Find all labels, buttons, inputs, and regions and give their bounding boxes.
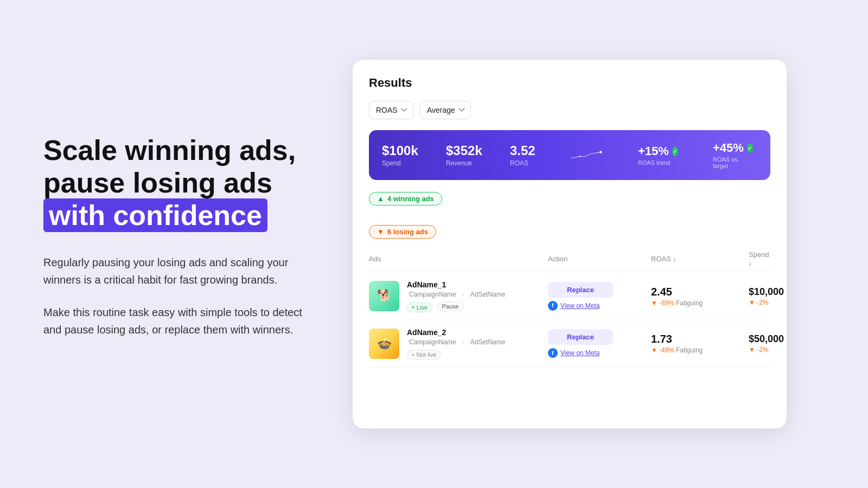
body-text-1: Regularly pausing your losing ads and sc…: [43, 254, 309, 288]
stat-revenue-value: $352k: [446, 143, 480, 158]
meta-icon-2: f: [548, 348, 558, 358]
svg-point-0: [599, 151, 602, 153]
sparkline-chart: [570, 144, 602, 166]
headline-highlight: with confidence: [43, 198, 267, 232]
losing-ads-section: ▼ 6 losing ads Ads Action ROAS ↓ Spend ↓: [369, 225, 770, 368]
stat-spend-value: $100k: [382, 143, 416, 158]
stat-spend-label: Spend: [382, 159, 416, 167]
ad-1-thumb-art: 🐕: [369, 281, 399, 311]
losing-arrow-icon: ▼: [377, 228, 384, 236]
ad-1-col: 🐕 AdName_1 CampaignName · AdSetName Live: [369, 280, 548, 312]
stat-roas-vs-target-label: ROAS vs. target: [713, 156, 753, 169]
ad-1-info: AdName_1 CampaignName · AdSetName Live P…: [407, 280, 548, 312]
ad-1-replace-button[interactable]: Replace: [548, 282, 613, 298]
stat-roas-vs-target: +45% ✓ ROAS vs. target: [703, 141, 763, 169]
ad-2-roas-value: 1.73: [651, 333, 749, 345]
stat-revenue: $352k Revenue: [446, 143, 495, 167]
ad-2-col: 🍲 AdName_2 CampaignName · AdSetName Not …: [369, 328, 548, 360]
col-header-roas: ROAS ↓: [651, 255, 749, 263]
ad-2-replace-button[interactable]: Replace: [548, 329, 613, 345]
roas-sort-icon: ↓: [673, 256, 676, 262]
table-row: 🍲 AdName_2 CampaignName · AdSetName Not …: [369, 320, 770, 368]
headline-line1: Scale winning ads,: [43, 134, 296, 166]
stat-roas-trend: +15% ✓ ROAS trend: [628, 144, 688, 166]
meta-icon: f: [548, 301, 558, 311]
ad-1-campaign: CampaignName · AdSetName: [407, 291, 548, 298]
stats-banner: $100k Spend $352k Revenue 3.52 ROAS: [369, 130, 770, 180]
svg-point-1: [579, 156, 580, 157]
ad-2-spend-value: $50,000: [749, 333, 784, 345]
ad-1-name: AdName_1: [407, 280, 548, 289]
body-text-2: Make this routine task easy with simple …: [43, 304, 309, 338]
ad-2-roas-change: ▼ -49% Fatiguing: [651, 346, 749, 354]
spend-down-arrow-2: ▼: [749, 346, 755, 354]
table-row: 🐕 AdName_1 CampaignName · AdSetName Live: [369, 273, 770, 320]
ad-2-spend-col: $50,000 ▼ -2%: [749, 333, 784, 354]
stat-roas-trend-value: +15% ✓: [638, 144, 678, 158]
col-header-action: Action: [548, 255, 651, 263]
ad-1-roas-value: 2.45: [651, 286, 749, 298]
ad-2-view-meta-button[interactable]: f View on Meta: [548, 348, 600, 358]
winning-arrow-icon: ▲: [377, 195, 384, 203]
ad-2-roas-col: 1.73 ▼ -49% Fatiguing: [651, 333, 749, 354]
ad-1-roas-col: 2.45 ▼ -89% Fatiguing: [651, 286, 749, 307]
table-header: Ads Action ROAS ↓ Spend ↓: [369, 247, 770, 271]
spend-sort-icon: ↓: [749, 260, 752, 266]
ad-2-spend-change: ▼ -2%: [749, 346, 784, 354]
ad-1-view-meta-button[interactable]: f View on Meta: [548, 301, 600, 311]
winning-ads-section: ▲ 4 winning ads: [369, 192, 770, 214]
ad-1-thumbnail: 🐕: [369, 281, 399, 311]
ad-1-pause-tag[interactable]: Pause: [437, 301, 463, 311]
ad-1-spend-value: $10,000: [749, 286, 784, 298]
metric-select[interactable]: ROAS CPA CTR: [369, 101, 413, 119]
sparkline-area: [559, 144, 613, 166]
ad-1-roas-change: ▼ -89% Fatiguing: [651, 299, 749, 307]
headline-line2: pause losing ads: [43, 167, 272, 198]
ad-2-action-col: Replace f View on Meta: [548, 329, 651, 358]
roas-vs-target-check-icon: ✓: [747, 143, 753, 153]
ad-1-spend-col: $10,000 ▼ -2%: [749, 286, 784, 306]
headline: Scale winning ads, pause losing ads with…: [43, 134, 309, 232]
ad-1-action-col: Replace f View on Meta: [548, 282, 651, 311]
ad-2-thumb-art: 🍲: [369, 329, 399, 359]
roas-down-arrow-2: ▼: [651, 346, 658, 354]
filter-row: ROAS CPA CTR Average Best Custom: [369, 101, 770, 119]
ad-2-campaign: CampaignName · AdSetName: [407, 338, 548, 346]
losing-ads-badge: ▼ 6 losing ads: [369, 225, 436, 239]
ad-2-thumbnail: 🍲: [369, 329, 399, 359]
stat-spend: $100k Spend: [382, 143, 431, 167]
stat-roas-vs-target-value: +45% ✓: [713, 141, 753, 155]
winning-ads-badge: ▲ 4 winning ads: [369, 192, 442, 206]
results-card: Results ROAS CPA CTR Average Best Custom…: [353, 60, 787, 428]
stat-roas: 3.52 ROAS: [510, 143, 559, 167]
col-header-ads: Ads: [369, 255, 548, 263]
target-select[interactable]: Average Best Custom: [420, 101, 471, 119]
right-panel: Results ROAS CPA CTR Average Best Custom…: [353, 0, 868, 488]
roas-down-arrow: ▼: [651, 299, 658, 307]
card-title: Results: [369, 76, 770, 90]
col-header-spend: Spend ↓: [749, 251, 770, 267]
ad-2-name: AdName_2: [407, 328, 548, 337]
ad-1-status-live: Live: [407, 303, 432, 312]
stat-revenue-label: Revenue: [446, 159, 480, 167]
spend-down-arrow: ▼: [749, 299, 755, 306]
ad-1-spend-change: ▼ -2%: [749, 299, 784, 306]
stat-ads-live: 10 ! Ads live: [778, 144, 787, 166]
ad-2-info: AdName_2 CampaignName · AdSetName Not li…: [407, 328, 548, 360]
roas-trend-check-icon: ✓: [672, 146, 678, 156]
stat-roas-value: 3.52: [510, 143, 544, 158]
stat-roas-label: ROAS: [510, 159, 544, 167]
ad-2-status-notlive: Not live: [407, 350, 442, 359]
stat-roas-trend-label: ROAS trend: [638, 159, 678, 166]
left-panel: Scale winning ads, pause losing ads with…: [0, 102, 353, 386]
